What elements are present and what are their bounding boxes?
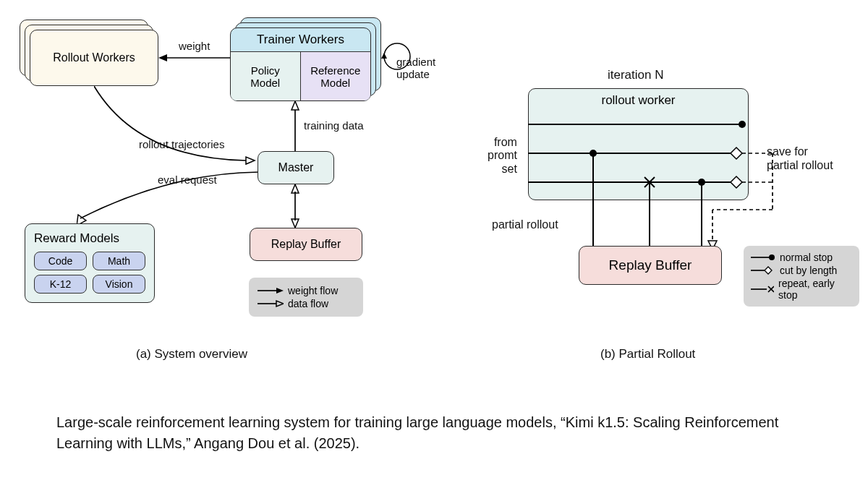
legend-normal-stop: normal stop xyxy=(751,252,852,263)
from-prompt-set-label: from promt set xyxy=(488,136,517,176)
svg-point-36 xyxy=(769,254,775,260)
reward-models-title: Reward Models xyxy=(34,231,119,246)
svg-marker-20 xyxy=(731,147,742,159)
legend-b: normal stop cut by length repeat, early … xyxy=(744,246,859,307)
training-data-arrow xyxy=(288,101,302,152)
rollout-trajectories-arrow xyxy=(94,86,257,166)
legend-cut-by-length: cut by length xyxy=(751,265,852,276)
reward-pill-math: Math xyxy=(93,252,145,270)
legend-weight-flow: weight flow xyxy=(258,285,354,296)
replay-buffer-a-box: Replay Buffer xyxy=(250,228,362,261)
legend-a: weight flow data flow xyxy=(249,278,363,317)
trainer-workers-title: Trainer Workers xyxy=(231,28,370,52)
svg-marker-14 xyxy=(276,301,284,307)
master-box: Master xyxy=(258,151,334,184)
svg-point-16 xyxy=(739,121,746,128)
reward-models-box: Reward Models Code Math K-12 Vision xyxy=(25,223,155,303)
rollout-trajectories-label: rollout trajectories xyxy=(139,138,224,150)
rollout-worker-label: rollout worker xyxy=(601,93,675,108)
caption-a: (a) System overview xyxy=(136,347,247,361)
weight-label: weight xyxy=(179,40,210,52)
svg-marker-4 xyxy=(246,157,255,164)
reward-pill-vision: Vision xyxy=(93,275,145,294)
master-replay-arrow xyxy=(288,184,302,228)
svg-marker-3 xyxy=(158,54,167,61)
svg-marker-25 xyxy=(731,176,742,188)
citation-text: Large-scale reinforcement learning syste… xyxy=(56,412,823,454)
replay-buffer-a-label: Replay Buffer xyxy=(271,238,341,251)
caption-b: (b) Partial Rollout xyxy=(600,347,695,361)
weight-arrow xyxy=(158,51,230,65)
rollout-workers-box: Rollout Workers xyxy=(30,30,158,86)
training-data-label: training data xyxy=(304,119,364,132)
svg-marker-1 xyxy=(381,53,387,59)
reward-pill-code: Code xyxy=(34,252,87,270)
replay-buffer-b-label: Replay Buffer xyxy=(609,257,692,273)
iteration-label: iteration N xyxy=(608,68,663,82)
svg-marker-12 xyxy=(276,288,284,294)
gradient-update-label: gradient update xyxy=(396,56,435,80)
svg-marker-38 xyxy=(765,267,772,274)
legend-data-flow: data flow xyxy=(258,298,354,309)
legend-repeat-early-stop: repeat, early stop xyxy=(751,278,852,301)
reward-pill-k12: K-12 xyxy=(34,275,87,294)
rollout-workers-label: Rollout Workers xyxy=(53,51,135,64)
svg-marker-7 xyxy=(292,101,299,110)
reference-model-box: Reference Model xyxy=(301,52,371,100)
eval-request-label: eval request xyxy=(158,174,217,186)
master-label: Master xyxy=(278,161,314,174)
replay-buffer-b-box: Replay Buffer xyxy=(579,246,722,285)
